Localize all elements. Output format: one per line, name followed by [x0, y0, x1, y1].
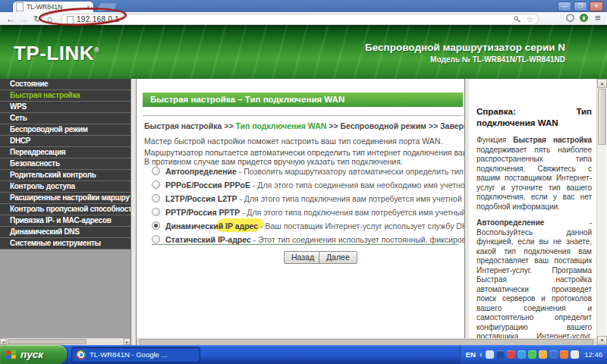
new-tab-button[interactable] — [97, 3, 117, 11]
scroll-down-icon[interactable]: ▼ — [597, 336, 607, 345]
sidebar-item-6[interactable]: DHCP — [0, 136, 131, 147]
option-row-4: PPTP/Россия PPTP - Для этого типа подклю… — [137, 205, 464, 218]
tray-icon-7[interactable] — [549, 350, 558, 359]
option-description: - Для этого типа подключения вам потребу… — [237, 194, 464, 203]
frame-divider-left — [131, 79, 137, 345]
extension-icon-1[interactable] — [566, 14, 574, 22]
tray-icon-2[interactable] — [496, 350, 505, 359]
url-text: 192.168.0.1 — [77, 15, 119, 24]
scrollbar-thumb[interactable] — [598, 89, 606, 145]
breadcrumb-active: Тип подключения WAN — [235, 121, 326, 130]
radio-button-6[interactable] — [152, 235, 160, 243]
breadcrumb: Быстрая настройка >> Тип подключения WAN… — [144, 121, 464, 130]
sidebar-item-7[interactable]: Переадресация — [0, 147, 131, 158]
windows-logo-icon — [5, 350, 17, 360]
help-text: Функция — [476, 136, 513, 144]
scroll-left-icon[interactable]: ◄ — [0, 338, 7, 345]
help-paragraph-2: Автоопределение - Воспользуйтесь данной … — [476, 218, 592, 338]
key-icon[interactable] — [514, 16, 521, 24]
breadcrumb-post: >> Беспроводной режим >> Завершить — [326, 121, 464, 130]
option-row-6: Статический IP-адрес - Этот тип соединен… — [137, 232, 464, 246]
help-text: - Воспользуйтесь данной функцией, если в… — [476, 218, 592, 338]
taskbar-clock: 12:46 — [584, 350, 602, 359]
tray-icon-1[interactable] — [486, 350, 494, 359]
sidebar-item-4[interactable]: Сеть — [0, 113, 131, 124]
tray-icon-3[interactable] — [507, 350, 515, 359]
help-title: Справка: Тип подключения WAN — [476, 106, 592, 129]
option-row-3: L2TP/Россия L2TP - Для этого типа подклю… — [137, 191, 464, 205]
reload-icon[interactable]: ↻ — [33, 13, 41, 25]
close-button[interactable]: ✕ — [590, 2, 603, 11]
tray-icon-6[interactable] — [539, 350, 547, 359]
tab-favicon-icon — [16, 2, 24, 11]
bookmark-star-icon[interactable]: ☆ — [526, 15, 533, 24]
sidebar-item-12[interactable]: Контроль пропускной способности — [0, 204, 131, 215]
option-label: Статический IP-адрес — [165, 235, 251, 244]
wan-type-options: Автоопределение - Позволить маршрутизато… — [137, 164, 464, 246]
forward-icon[interactable]: → — [20, 13, 29, 25]
chrome-icon — [77, 350, 86, 359]
minimize-button[interactable]: — — [558, 2, 571, 11]
tab-title: TL-WR841N — [27, 3, 84, 11]
help-paragraph-1: Функция Быстрая настройка поддерживает п… — [476, 136, 592, 212]
tray-icon-8[interactable] — [560, 350, 568, 359]
browser-tab[interactable]: TL-WR841N × — [12, 1, 94, 12]
sidebar-item-11[interactable]: Расширенные настройки маршрутизации — [0, 193, 131, 204]
tray-icon-9[interactable] — [571, 350, 579, 359]
main-scrollbar[interactable] — [137, 338, 596, 345]
browser-menu-icon[interactable]: ≡ — [595, 12, 601, 24]
language-indicator[interactable]: EN — [466, 350, 476, 359]
breadcrumb-pre: Быстрая настройка >> — [144, 121, 235, 130]
radio-button-2[interactable] — [152, 180, 160, 189]
radio-button-4[interactable] — [152, 208, 160, 216]
radio-button-1[interactable] — [152, 167, 160, 175]
main-content: Быстрая настройка – Тип подключения WAN … — [137, 79, 464, 338]
help-scrollbar[interactable]: ▲ ▼ — [596, 79, 606, 345]
address-bar[interactable]: 192.168.0.1 ☆ — [61, 14, 539, 25]
scroll-right-icon[interactable]: ► — [124, 338, 131, 345]
option-row-1: Автоопределение - Позволить маршрутизато… — [137, 164, 464, 177]
radio-button-3[interactable] — [152, 194, 160, 202]
maximize-button[interactable]: ❐ — [574, 2, 587, 11]
scrollbar-thumb[interactable] — [8, 339, 86, 344]
scroll-up-icon[interactable]: ▲ — [597, 79, 607, 88]
option-description: - Для этого типа соединения вам необходи… — [250, 180, 464, 190]
option-label: PPPoE/Россия PPPoE — [165, 180, 250, 190]
sidebar-item-5[interactable]: Беспроводной режим — [0, 124, 131, 136]
option-description: - Ваш поставщик Интернет-услуг используе… — [258, 221, 464, 231]
sidebar-item-13[interactable]: Привязка IP- и MAC-адресов — [0, 215, 131, 227]
task-button-label: TL-WR841N - Google ... — [90, 350, 167, 359]
task-button[interactable]: TL-WR841N - Google ... — [71, 347, 200, 362]
sidebar-item-1[interactable]: Состояние — [0, 79, 131, 90]
sidebar-item-2[interactable]: Быстрая настройка — [0, 90, 131, 102]
sidebar-item-8[interactable]: Безопасность — [0, 158, 131, 170]
sidebar-scrollbar[interactable]: ◄ ► — [0, 338, 131, 345]
back-icon[interactable]: ← — [6, 13, 15, 25]
option-row-5: Динамический IP адрес - Ваш поставщик Ин… — [137, 218, 464, 232]
home-icon[interactable]: ⌂ — [47, 13, 52, 25]
intro-line-2: Маршрутизатор попытается автоматически о… — [144, 148, 464, 157]
extension-icon-2[interactable] — [580, 14, 588, 22]
start-button[interactable]: пуск — [0, 345, 67, 364]
sidebar-item-15[interactable]: Системные инструменты — [0, 238, 131, 249]
back-button[interactable]: Назад — [284, 251, 322, 264]
radio-button-5[interactable] — [152, 221, 160, 230]
sidebar-item-3[interactable]: WPS — [0, 102, 131, 113]
sidebar-item-9[interactable]: Родительский контроль — [0, 170, 131, 181]
page-header: TP-LINK® Беспроводной маршрутизатор сери… — [0, 25, 607, 79]
help-panel: Справка: Тип подключения WAN Функция Быс… — [469, 79, 596, 338]
help-term: Быстрая настройка — [513, 136, 592, 144]
tray-icon-4[interactable] — [517, 350, 526, 359]
option-label: PPTP/Россия PPTP — [165, 208, 240, 217]
option-label: Динамический IP адрес — [165, 221, 258, 231]
hide-icons-chevron[interactable]: ‹ — [480, 350, 482, 359]
option-label: L2TP/Россия L2TP — [165, 194, 237, 203]
sidebar-item-10[interactable]: Контроль доступа — [0, 181, 131, 193]
page-title: Быстрая настройка – Тип подключения WAN — [143, 93, 463, 107]
tab-close-icon[interactable]: × — [86, 4, 90, 11]
tray-icon-5[interactable] — [528, 350, 536, 359]
help-text: поддерживает пять наиболее распространен… — [476, 146, 592, 211]
router-series-title: Беспроводной маршрутизатор серии N — [365, 42, 565, 53]
sidebar-item-14[interactable]: Динамический DNS — [0, 227, 131, 238]
next-button[interactable]: Далее — [319, 251, 357, 264]
